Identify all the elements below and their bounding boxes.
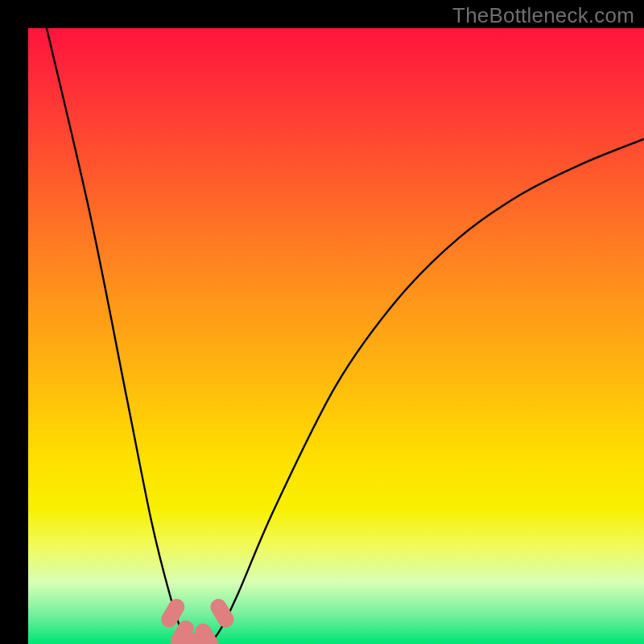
watermark-text: TheBottleneck.com [452, 3, 634, 28]
curve-marker [169, 607, 176, 620]
curve-markers [169, 607, 225, 644]
bottleneck-curve [47, 28, 644, 644]
curve-marker [218, 607, 225, 620]
chart-frame: TheBottleneck.com [0, 0, 644, 644]
curve-svg [28, 28, 644, 644]
plot-area [28, 28, 644, 644]
curve-marker [203, 632, 210, 644]
